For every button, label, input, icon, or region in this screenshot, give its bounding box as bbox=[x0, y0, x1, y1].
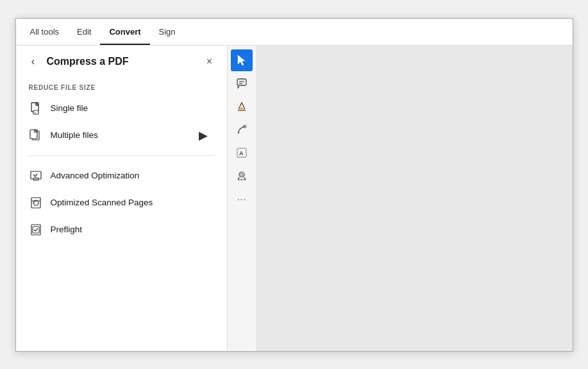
top-nav: All tools Edit Convert Sign bbox=[16, 19, 573, 46]
back-button[interactable]: ‹ bbox=[26, 55, 40, 69]
advanced-optimization-item[interactable]: Advanced Optimization bbox=[16, 162, 227, 189]
optimized-scanned-label: Optimized Scanned Pages bbox=[51, 198, 153, 207]
left-panel: ‹ Compress a PDF × REDUCE FILE SIZE S bbox=[16, 46, 228, 351]
optimized-scanned-icon bbox=[29, 196, 43, 210]
svg-rect-12 bbox=[237, 79, 246, 85]
nav-convert[interactable]: Convert bbox=[100, 19, 149, 45]
svg-rect-7 bbox=[31, 198, 40, 208]
right-content: A ··· bbox=[228, 46, 573, 351]
svg-point-19 bbox=[239, 172, 244, 177]
main-content: ‹ Compress a PDF × REDUCE FILE SIZE S bbox=[16, 46, 573, 351]
canvas-area bbox=[257, 46, 573, 351]
text-select-button[interactable]: A bbox=[231, 142, 253, 164]
add-comment-button[interactable] bbox=[231, 73, 253, 94]
highlight-button[interactable] bbox=[231, 96, 253, 117]
nav-all-tools[interactable]: All tools bbox=[21, 19, 69, 45]
optimized-scanned-item[interactable]: Optimized Scanned Pages bbox=[16, 189, 227, 216]
stamp-button[interactable] bbox=[231, 165, 253, 187]
panel-header: ‹ Compress a PDF × bbox=[16, 46, 227, 76]
single-file-icon: S bbox=[29, 101, 43, 116]
multiple-files-item[interactable]: Multiple files ▶ bbox=[16, 122, 227, 149]
preflight-label: Preflight bbox=[51, 225, 83, 234]
advanced-optimization-icon bbox=[29, 169, 43, 183]
section-divider bbox=[29, 155, 214, 156]
svg-rect-10 bbox=[33, 227, 39, 233]
nav-sign[interactable]: Sign bbox=[150, 19, 185, 45]
svg-point-20 bbox=[240, 173, 243, 176]
draw-button[interactable] bbox=[231, 119, 253, 141]
toolbar-strip: A ··· bbox=[228, 46, 257, 351]
preflight-item[interactable]: Preflight bbox=[16, 216, 227, 243]
app-window: All tools Edit Convert Sign ‹ Compress a… bbox=[15, 18, 573, 352]
advanced-optimization-label: Advanced Optimization bbox=[51, 171, 140, 180]
svg-text:A: A bbox=[239, 150, 244, 157]
svg-text:S: S bbox=[34, 111, 36, 114]
panel-title: Compress a PDF bbox=[47, 56, 196, 67]
select-tool-button[interactable] bbox=[231, 49, 253, 71]
multiple-files-icon bbox=[29, 128, 43, 142]
nav-edit[interactable]: Edit bbox=[68, 19, 100, 45]
preflight-icon bbox=[29, 223, 43, 237]
multiple-files-label: Multiple files bbox=[51, 130, 98, 140]
more-tools-button[interactable]: ··· bbox=[231, 188, 253, 210]
single-file-label: Single file bbox=[51, 103, 88, 113]
single-file-item[interactable]: S Single file bbox=[16, 95, 227, 122]
close-button[interactable]: × bbox=[203, 55, 217, 69]
section-reduce-label: REDUCE FILE SIZE bbox=[16, 76, 227, 95]
svg-marker-11 bbox=[238, 55, 245, 65]
